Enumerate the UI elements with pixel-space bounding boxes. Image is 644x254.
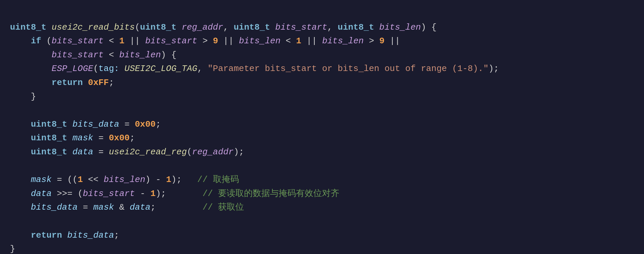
line-5: return 0xFF;: [10, 78, 114, 88]
code-editor: uint8_t usei2c_read_bits(uint8_t reg_add…: [10, 7, 634, 254]
line-9: uint8_t mask = 0x00;: [10, 133, 135, 143]
line-17: }: [10, 244, 15, 254]
line-16: return bits_data;: [10, 230, 119, 240]
line-10: uint8_t data = usei2c_read_reg(reg_addr)…: [10, 147, 244, 157]
line-2: if (bits_start < 1 || bits_start > 9 || …: [10, 36, 400, 46]
line-6: }: [10, 92, 36, 102]
line-3: bits_start < bits_len) {: [10, 50, 176, 60]
line-8: uint8_t bits_data = 0x00;: [10, 119, 161, 129]
line-4: ESP_LOGE(tag: USEI2C_LOG_TAG, "Parameter…: [10, 64, 499, 74]
line-13: data >>= (bits_start - 1); // 要读取的数据与掩码有…: [10, 189, 339, 199]
line-1: uint8_t usei2c_read_bits(uint8_t reg_add…: [10, 22, 437, 32]
line-14: bits_data = mask & data; // 获取位: [10, 202, 244, 212]
line-12: mask = ((1 << bits_len) - 1); // 取掩码: [10, 175, 239, 185]
